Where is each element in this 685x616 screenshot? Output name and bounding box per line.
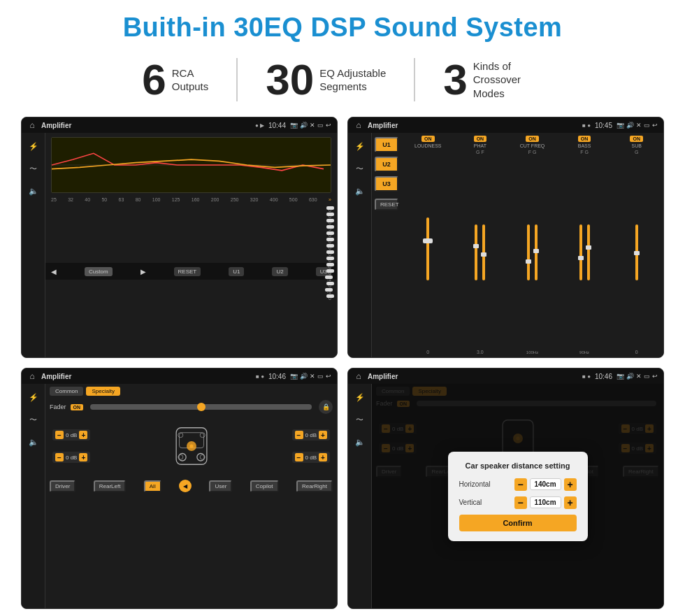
sub-slider[interactable] bbox=[634, 156, 640, 348]
vol-left-top-plus[interactable]: + bbox=[79, 431, 87, 439]
eq-slider-col-8[interactable]: 0 bbox=[329, 257, 331, 263]
speaker-tab-common[interactable]: Common bbox=[50, 387, 83, 396]
screen-speaker-main: Common Specialty Fader ON 🔒 bbox=[45, 384, 337, 608]
vol-right-bottom-val: 0 dB bbox=[305, 454, 317, 461]
eq-slider-col-9[interactable]: 0 bbox=[329, 263, 331, 269]
svg-rect-2 bbox=[426, 217, 429, 280]
phat-label: PHAT bbox=[474, 143, 486, 148]
speaker-rearleft-btn[interactable]: RearLeft bbox=[94, 480, 127, 492]
speaker-sidebar-wave-icon[interactable]: 〜 bbox=[26, 412, 41, 427]
speaker-driver-btn[interactable]: Driver bbox=[50, 480, 75, 492]
svg-rect-4 bbox=[475, 224, 477, 280]
phat-sliders[interactable] bbox=[473, 156, 486, 348]
screen-speaker: ⌂ Amplifier ■ ● 10:46 📷🔊✕▭↩ ⚡ 〜 🔈 bbox=[21, 368, 338, 609]
cutfreq-sliders[interactable] bbox=[526, 156, 539, 349]
sub-on-badge[interactable]: ON bbox=[630, 136, 643, 142]
eq-sliders: 00050000000-10-10 bbox=[45, 203, 337, 263]
home-icon-2[interactable]: ⌂ bbox=[354, 120, 363, 130]
eq-u1-btn[interactable]: U1 bbox=[229, 267, 244, 276]
bass-sliders[interactable] bbox=[578, 156, 591, 349]
sub-label: SUB bbox=[631, 143, 641, 148]
loudness-slider[interactable] bbox=[421, 150, 434, 348]
bass-on-badge[interactable]: ON bbox=[578, 136, 591, 142]
eq-slider-col-2[interactable]: 0 bbox=[329, 219, 331, 225]
crossover-u2-btn[interactable]: U2 bbox=[375, 157, 398, 172]
vol-left-bottom-val: 0 dB bbox=[66, 454, 77, 461]
vol-right-bottom: − 0 dB + bbox=[292, 452, 330, 463]
crossover-reset-btn[interactable]: RESET bbox=[375, 199, 398, 210]
vol-right-bottom-minus[interactable]: − bbox=[295, 453, 303, 461]
eq-slider-col-11[interactable]: -1 bbox=[327, 275, 331, 282]
dialog-vertical-minus[interactable]: − bbox=[514, 496, 527, 509]
eq-slider-col-7[interactable]: 0 bbox=[329, 250, 331, 257]
eq-sidebar-speaker-icon[interactable]: 🔈 bbox=[26, 183, 41, 199]
vol-right-top-minus[interactable]: − bbox=[295, 431, 303, 439]
svg-point-25 bbox=[200, 433, 205, 438]
eq-u2-btn[interactable]: U2 bbox=[272, 267, 287, 276]
dialog-horizontal-plus[interactable]: + bbox=[564, 478, 577, 491]
eq-slider-col-12[interactable]: 0 bbox=[329, 282, 331, 288]
eq-slider-col-10[interactable]: 0 bbox=[329, 269, 331, 275]
stat-rca: 6 RCAOutputs bbox=[114, 58, 238, 101]
eq-custom-btn[interactable]: Custom bbox=[85, 267, 113, 276]
vol-left-bottom-plus[interactable]: + bbox=[79, 453, 87, 461]
fader-slider[interactable] bbox=[90, 404, 312, 410]
phat-vals: 3.0 bbox=[477, 350, 484, 354]
bass-labels: FG bbox=[580, 150, 589, 155]
eq-sidebar-filter-icon[interactable]: ⚡ bbox=[26, 138, 41, 154]
speaker-all-btn[interactable]: All bbox=[144, 480, 161, 492]
eq-slider-col-13[interactable]: -1 bbox=[327, 288, 331, 294]
speaker-copilot-btn[interactable]: Copilot bbox=[250, 480, 279, 492]
vol-right-bottom-plus[interactable]: + bbox=[319, 453, 327, 461]
speaker-tab-specialty[interactable]: Specialty bbox=[86, 387, 120, 396]
svg-rect-17 bbox=[634, 251, 640, 255]
speaker-sidebar-speaker-icon[interactable]: 🔈 bbox=[26, 434, 41, 450]
page-title: Buith-in 30EQ DSP Sound System bbox=[123, 13, 563, 43]
home-icon-3[interactable]: ⌂ bbox=[27, 371, 37, 381]
dialog-confirm-btn[interactable]: Confirm bbox=[459, 515, 577, 531]
crossover-sidebar-filter-icon[interactable]: ⚡ bbox=[352, 138, 368, 154]
dialog-horizontal-minus[interactable]: − bbox=[514, 478, 527, 491]
distance-sidebar-wave-icon[interactable]: 〜 bbox=[352, 412, 368, 427]
speaker-arrow-left[interactable]: ◀ bbox=[179, 480, 192, 492]
crossover-sidebar-speaker-icon[interactable]: 🔈 bbox=[352, 183, 368, 199]
speaker-sidebar-filter-icon[interactable]: ⚡ bbox=[26, 389, 41, 405]
phat-labels: GF bbox=[476, 150, 484, 155]
dialog-vertical-value: 110cm bbox=[530, 496, 561, 508]
speaker-rearright-btn[interactable]: RearRight bbox=[296, 480, 333, 492]
eq-slider-col-4[interactable]: 0 bbox=[329, 231, 331, 238]
loudness-on-badge[interactable]: ON bbox=[421, 136, 435, 142]
home-icon[interactable]: ⌂ bbox=[27, 120, 37, 130]
speaker-tabs: Common Specialty bbox=[50, 387, 333, 396]
svg-point-24 bbox=[178, 433, 182, 438]
eq-slider-col-6[interactable]: 0 bbox=[329, 244, 331, 250]
speaker-user-btn[interactable]: User bbox=[209, 480, 232, 492]
fader-on-badge[interactable]: ON bbox=[71, 404, 84, 410]
vol-right-top-val: 0 dB bbox=[305, 432, 317, 438]
crossover-sidebar-wave-icon[interactable]: 〜 bbox=[352, 161, 368, 176]
speaker-main-layout: − 0 dB + − 0 dB + bbox=[50, 418, 333, 474]
phat-on-badge[interactable]: ON bbox=[474, 136, 487, 142]
home-icon-4[interactable]: ⌂ bbox=[354, 371, 363, 381]
cutfreq-on-badge[interactable]: ON bbox=[526, 136, 539, 142]
distance-sidebar-filter-icon[interactable]: ⚡ bbox=[352, 389, 368, 405]
eq-reset-btn[interactable]: RESET bbox=[174, 267, 201, 276]
vol-left-top-minus[interactable]: − bbox=[55, 431, 64, 439]
eq-sidebar-wave-icon[interactable]: 〜 bbox=[26, 161, 41, 176]
eq-slider-col-3[interactable]: 5 bbox=[329, 225, 331, 231]
stat-crossover-number: 3 bbox=[443, 58, 467, 101]
fader-lock-icon[interactable]: 🔒 bbox=[319, 400, 333, 414]
vol-right-top-plus[interactable]: + bbox=[319, 431, 327, 439]
crossover-u1-btn[interactable]: U1 bbox=[375, 137, 398, 152]
eq-slider-col-5[interactable]: 0 bbox=[329, 238, 331, 244]
distance-sidebar-speaker-icon[interactable]: 🔈 bbox=[352, 434, 368, 450]
vol-left-bottom-minus[interactable]: − bbox=[55, 453, 64, 461]
eq-slider-col-1[interactable]: 0 bbox=[329, 213, 331, 219]
eq-slider-col-0[interactable]: 0 bbox=[329, 206, 331, 213]
stat-crossover: 3 Kinds ofCrossover Modes bbox=[415, 58, 570, 101]
dialog-vertical-plus[interactable]: + bbox=[564, 496, 577, 509]
dialog-vertical-label: Vertical bbox=[459, 499, 505, 506]
eq-slider-col-14[interactable]: 0 bbox=[329, 294, 331, 301]
crossover-u3-btn[interactable]: U3 bbox=[375, 176, 398, 192]
svg-rect-15 bbox=[586, 245, 591, 250]
